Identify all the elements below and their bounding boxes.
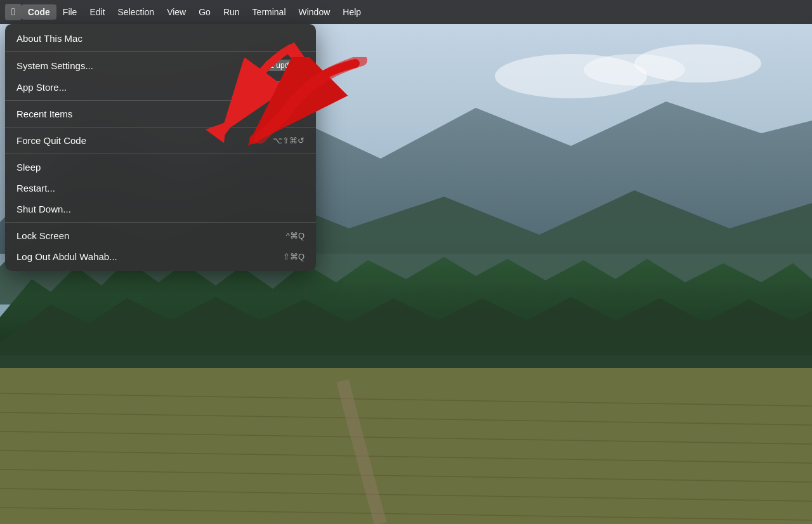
menubar:  Code File Edit Selection View Go Run T… [0, 0, 812, 24]
menu-item-logout[interactable]: Log Out Abdul Wahab... ⇧⌘Q [5, 246, 316, 267]
menu-separator-3 [5, 127, 316, 128]
force-quit-shortcut: ⌥⇧⌘↺ [273, 136, 304, 145]
menu-item-about[interactable]: About This Mac [5, 28, 316, 49]
chevron-right-icon: › [302, 109, 304, 119]
svg-point-15 [634, 44, 761, 82]
apple-dropdown-menu: About This Mac System Settings... 1 upda… [5, 24, 316, 271]
menubar-item-help[interactable]: Help [336, 4, 367, 20]
system-settings-badge: 1 update [265, 60, 304, 71]
menu-item-shutdown[interactable]: Shut Down... [5, 199, 316, 219]
menubar-item-code[interactable]: Code [22, 4, 56, 20]
menubar-item-file[interactable]: File [56, 4, 84, 20]
menu-item-system-settings[interactable]: System Settings... 1 update [5, 55, 316, 76]
menu-item-restart[interactable]: Restart... [5, 178, 316, 199]
menubar-item-edit[interactable]: Edit [83, 4, 111, 20]
menu-separator-5 [5, 222, 316, 223]
menubar-item-window[interactable]: Window [292, 4, 337, 20]
menu-separator-2 [5, 100, 316, 101]
apple-menu-button[interactable]:  [5, 4, 22, 20]
menu-item-sleep[interactable]: Sleep [5, 157, 316, 178]
menubar-item-terminal[interactable]: Terminal [246, 4, 292, 20]
app-store-badge: 3 updates [261, 81, 304, 93]
lock-screen-shortcut: ^⌘Q [286, 231, 304, 240]
svg-rect-5 [0, 368, 812, 524]
menu-item-app-store[interactable]: App Store... 3 updates [5, 76, 316, 98]
logout-shortcut: ⇧⌘Q [283, 252, 304, 261]
menu-item-recent-items[interactable]: Recent Items › [5, 103, 316, 124]
menubar-item-run[interactable]: Run [217, 4, 246, 20]
menu-separator-4 [5, 154, 316, 154]
menu-item-lock-screen[interactable]: Lock Screen ^⌘Q [5, 225, 316, 246]
menubar-item-go[interactable]: Go [192, 4, 217, 20]
menubar-item-view[interactable]: View [160, 4, 192, 20]
menu-item-force-quit[interactable]: Force Quit Code ⌥⇧⌘↺ [5, 130, 316, 151]
menubar-item-selection[interactable]: Selection [112, 4, 161, 20]
menu-separator-1 [5, 51, 316, 52]
